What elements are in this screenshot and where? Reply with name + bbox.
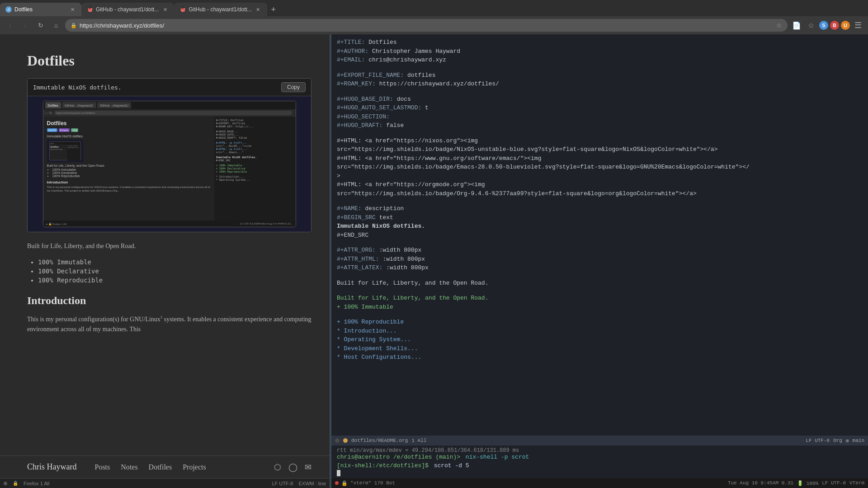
t-blank-8 <box>337 311 863 318</box>
address-bar[interactable]: 🔒 https://chrishayward.xyz/dotfiles/ ☆ <box>65 19 788 32</box>
t-line-l6: * Host Configurations... <box>337 353 863 362</box>
menu-button[interactable]: ☰ <box>852 19 864 32</box>
tab-close-2[interactable]: ✕ <box>161 6 169 13</box>
extension-shield[interactable]: S <box>819 21 828 30</box>
bottom-nav: Chris Hayward Posts Notes Dotfiles Proje… <box>0 455 330 478</box>
t-line-5: #+EXPORT_FILE_NAME: dotfiles <box>337 71 863 80</box>
bookmark-button[interactable]: ☆ <box>805 19 817 32</box>
status-mode: EXWM : line <box>298 481 326 486</box>
star-icon[interactable]: ☆ <box>776 22 782 29</box>
intro-text-2: systems. It enables a <box>162 316 216 323</box>
nested-text: Dotfiles Built for Life, Liberty... <box>50 145 67 161</box>
globe-icon[interactable]: ◯ <box>288 462 297 472</box>
screenshot-inner: Dotfiles GitHub - chayward1/ GitHub - ch… <box>43 101 296 227</box>
shell-input-line[interactable] <box>337 470 863 476</box>
main-area: Dotfiles Immutable NixOS dotfiles. Copy … <box>0 34 868 488</box>
t-blank-2 <box>337 89 863 95</box>
preview-text: Immutable NixOS dotfiles. <box>33 84 281 91</box>
tab-title-1: Dotfiles <box>14 6 66 13</box>
t-blank-6 <box>337 272 863 279</box>
tab-close-1[interactable]: ✕ <box>69 6 76 13</box>
t-val-attr-latex: :width 800px <box>386 264 429 271</box>
new-tab-button[interactable]: + <box>267 3 280 16</box>
t-line-name: #+NAME: description <box>337 204 863 213</box>
mini-status-right: LF UTF-8 EXWM Mon Aug 9 4:44PM 0.23... <box>240 222 292 225</box>
mini-t-html1: #+HTML: <a href=... <box>216 141 294 144</box>
t-blank-1 <box>337 65 863 71</box>
sys-battery: 🔋 100% <box>797 480 818 486</box>
shell-cmd-2: scrot -d 5 <box>430 462 469 469</box>
t-list-6: * Host Configurations... <box>337 354 421 361</box>
t-line-bold: Immutable NixOS dotfiles. <box>337 222 863 231</box>
t-val-attr-html: :width 800px <box>382 256 425 263</box>
t-blank-5 <box>337 239 863 246</box>
mode-main: main <box>853 438 864 443</box>
nav-link-posts[interactable]: Posts <box>94 463 110 471</box>
terminal-shell[interactable]: rtt min/avg/max/mdev = 49.294/186.651/36… <box>331 446 868 478</box>
nav-link-projects[interactable]: Projects <box>183 463 206 471</box>
github-icon[interactable]: ⬡ <box>274 462 281 472</box>
rtt-line: rtt min/avg/max/mdev = 49.294/186.651/36… <box>337 447 863 454</box>
reader-mode-button[interactable]: 📄 <box>790 19 803 32</box>
sys-datetime: Tue Aug 10 9:45AM 0.31 <box>728 480 793 486</box>
t-line-attr-html: #+ATTR_HTML: :width 800px <box>337 255 863 264</box>
tab-github1[interactable]: 🐙 GitHub - chayward1/dott... ✕ <box>81 3 174 16</box>
t-line-g1: Built for Life, Liberty, and the Open Ro… <box>337 294 863 303</box>
tab-close-3[interactable]: ✕ <box>255 6 262 13</box>
t-line-10: #+HUGO_SECTION: <box>337 113 863 122</box>
mini-t-line-3: #+ROAM_KEY: https://... <box>216 125 294 128</box>
t-val-begin: text <box>379 214 393 221</box>
nav-links: Posts Notes Dotfiles Projects <box>94 463 206 471</box>
t-line-l3: * Introduction... <box>337 327 863 336</box>
mini-t-line-7: src="...NixOS..."></a> <box>216 144 294 147</box>
mini-li-1: 100% Immutable <box>52 168 211 171</box>
tab-favicon-3: 🐙 <box>179 6 186 13</box>
nested-screenshot: tabs... Dotfiles Built for Life, Liberty… <box>47 140 83 162</box>
t-line-html2c: > <box>337 172 863 181</box>
reload-button[interactable]: ↻ <box>34 19 47 32</box>
terminal-area[interactable]: #+TITLE: Dotfiles #+AUTHOR: Christopher … <box>331 34 868 488</box>
mini-terminal: #+TITLE: Dotfiles #+EXPORT: dotfiles #+R… <box>214 117 296 221</box>
t-html2: #+HTML: <a href="https://www.gnu.org/sof… <box>337 155 541 162</box>
sys-dot-red <box>335 481 339 485</box>
mini-nav: ‹ › ↻ https://chrishayward.xyz/dotfiles/ <box>43 109 296 117</box>
extension-orange[interactable]: U <box>841 21 850 30</box>
home-button[interactable]: ⌂ <box>50 19 62 32</box>
t-val-8: docs <box>397 96 411 103</box>
mini-t-bold: Immutable NixOS dotfiles. <box>216 155 294 159</box>
page-body: Built for Life, Liberty, and the Open Ro… <box>0 241 330 335</box>
tab-title-3: GitHub - chayward1/dott... <box>189 6 251 13</box>
tab-dotfiles[interactable]: d Dotfiles ✕ <box>0 3 81 16</box>
t-val-5: dotfiles <box>407 72 435 79</box>
sys-right: Tue Aug 10 9:45AM 0.31 🔋 100% LF UTF-8 V… <box>728 480 864 486</box>
lock-icon: 🔒 <box>71 23 77 28</box>
nested-body: Dotfiles Built for Life, Liberty... #+TI… <box>50 145 80 161</box>
t-html3b: src="https://img.shields.io/badge/Org-9.… <box>337 190 697 197</box>
t-list-3: * Introduction... <box>337 328 397 334</box>
tab-title-2: GitHub - chayward1/dott... <box>96 6 159 13</box>
author-name: Chris Hayward <box>27 462 76 472</box>
mode-dot-1 <box>335 438 340 443</box>
nav-link-notes[interactable]: Notes <box>121 463 137 471</box>
nav-link-dotfiles[interactable]: Dotfiles <box>149 463 172 471</box>
t-line-html1: #+HTML: <a href="https://nixos.org"><img <box>337 136 863 145</box>
nested-terminal: #+TITLE: Dotfiles#+AUTHOR: Chris... <box>67 145 80 161</box>
t-val-attr-org: :width 800px <box>379 247 422 253</box>
t-key-attr-latex: #+ATTR_LATEX: <box>337 264 386 271</box>
nav-extras: 📄 ☆ S B U ☰ <box>790 19 864 32</box>
nested-title: Dotfiles <box>51 145 66 148</box>
mail-icon[interactable]: ✉ <box>305 462 311 472</box>
nested-inner: tabs... Dotfiles Built for Life, Liberty… <box>49 141 81 160</box>
intro-text-1: This is my personal configuration(s) for… <box>27 316 160 323</box>
t-list-4: * Operating System... <box>337 336 411 343</box>
t-key-9: #+HUGO_AUTO_SET_LASTMOD: <box>337 104 425 111</box>
mini-t-line-6: #+HUGO_DRAFT: false <box>216 136 294 139</box>
forward-button[interactable]: › <box>19 19 32 32</box>
bullet-list: 100% Immutable 100% Declarative 100% Rep… <box>27 258 311 284</box>
copy-button[interactable]: Copy <box>281 82 306 92</box>
t-bold-text: Immutable NixOS dotfiles. <box>337 223 425 230</box>
extension-red[interactable]: B <box>830 21 839 30</box>
t-key-10: #+HUGO_SECTION: <box>337 113 390 120</box>
back-button[interactable]: ‹ <box>4 19 16 32</box>
tab-github2[interactable]: 🐙 GitHub - chayward1/dott... ✕ <box>174 3 267 16</box>
